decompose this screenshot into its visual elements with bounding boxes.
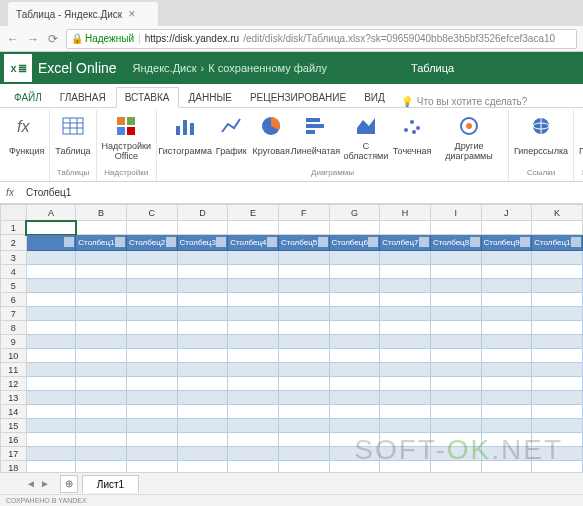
cell[interactable] [532,349,583,363]
formula-input[interactable]: Столбец1 [20,187,583,198]
col-header[interactable]: I [430,205,481,221]
cell[interactable] [329,377,380,391]
crumb-service[interactable]: Яндекс.Диск [133,62,197,74]
cell[interactable] [126,447,177,461]
cell[interactable] [278,293,329,307]
cell[interactable] [380,377,431,391]
row-header[interactable]: 5 [1,279,27,293]
cell[interactable] [177,405,228,419]
cell[interactable] [380,363,431,377]
table-header-cell[interactable]: Столбец8 [430,235,481,251]
cell[interactable] [177,433,228,447]
cell[interactable] [126,279,177,293]
cell[interactable] [228,377,279,391]
cell[interactable] [26,221,76,235]
cell[interactable] [481,363,532,377]
tab-insert[interactable]: ВСТАВКА [116,87,179,108]
cell[interactable] [278,405,329,419]
cell[interactable] [430,433,481,447]
table-header-cell[interactable]: Столбец4 [228,235,279,251]
cell[interactable] [126,391,177,405]
cell[interactable] [278,377,329,391]
cell[interactable] [481,391,532,405]
cell[interactable] [228,279,279,293]
cell[interactable] [430,321,481,335]
table-header-cell[interactable]: Столбец2 [126,235,177,251]
cell[interactable] [177,447,228,461]
row-header[interactable]: 8 [1,321,27,335]
cell[interactable] [532,419,583,433]
cell[interactable] [532,433,583,447]
table-header-cell[interactable]: Столбец7 [380,235,431,251]
cell[interactable] [26,391,76,405]
cell[interactable] [329,279,380,293]
col-header[interactable]: E [228,205,279,221]
cell[interactable] [532,335,583,349]
cell[interactable] [380,251,431,265]
cell[interactable] [76,419,127,433]
cell[interactable] [430,293,481,307]
table-header-cell[interactable]: Столбец1 [76,235,127,251]
cell[interactable] [430,349,481,363]
cell[interactable] [26,335,76,349]
cell[interactable] [278,279,329,293]
sheet-prev-icon[interactable]: ◄ [26,478,36,489]
cell[interactable] [329,321,380,335]
row-header[interactable]: 4 [1,265,27,279]
cell[interactable] [329,335,380,349]
cell[interactable] [228,447,279,461]
bar-chart-button[interactable]: Линейчатая [291,110,340,167]
area-chart-button[interactable]: С областями [340,110,392,167]
col-header[interactable]: D [177,205,228,221]
tab-view[interactable]: ВИД [356,88,393,107]
cell[interactable] [329,221,380,235]
cell[interactable] [278,221,329,235]
cell[interactable] [532,363,583,377]
cell[interactable] [126,251,177,265]
row-header[interactable]: 6 [1,293,27,307]
tab-review[interactable]: РЕЦЕНЗИРОВАНИЕ [242,88,354,107]
insert-table-button[interactable]: Таблица [52,110,93,167]
cell[interactable] [481,405,532,419]
cell[interactable] [329,433,380,447]
cell[interactable] [329,363,380,377]
cell[interactable] [430,377,481,391]
cell[interactable] [228,419,279,433]
cell[interactable] [278,251,329,265]
row-header[interactable]: 9 [1,335,27,349]
cell[interactable] [532,447,583,461]
cell[interactable] [177,349,228,363]
cell[interactable] [278,391,329,405]
cell[interactable] [76,321,127,335]
cell[interactable] [228,307,279,321]
cell[interactable] [329,405,380,419]
cell[interactable] [26,265,76,279]
cell[interactable] [532,221,583,235]
cell[interactable] [380,405,431,419]
col-header[interactable]: A [26,205,76,221]
cell[interactable] [380,265,431,279]
cell[interactable] [76,251,127,265]
cell[interactable] [278,447,329,461]
cell[interactable] [380,293,431,307]
cell[interactable] [481,279,532,293]
cell[interactable] [26,235,76,251]
cell[interactable] [329,391,380,405]
cell[interactable] [228,405,279,419]
cell[interactable] [228,221,279,235]
row-header[interactable]: 16 [1,433,27,447]
cell[interactable] [126,405,177,419]
cell[interactable] [329,349,380,363]
cell[interactable] [532,377,583,391]
cell[interactable] [430,391,481,405]
cell[interactable] [26,377,76,391]
cell[interactable] [126,419,177,433]
cell[interactable] [380,419,431,433]
cell[interactable] [430,221,481,235]
cell[interactable] [177,419,228,433]
cell[interactable] [278,321,329,335]
table-header-cell[interactable]: Столбец5 [278,235,329,251]
insert-function-button[interactable]: fx Функция [6,110,47,167]
add-sheet-button[interactable]: ⊕ [60,475,78,493]
row-header[interactable]: 17 [1,447,27,461]
